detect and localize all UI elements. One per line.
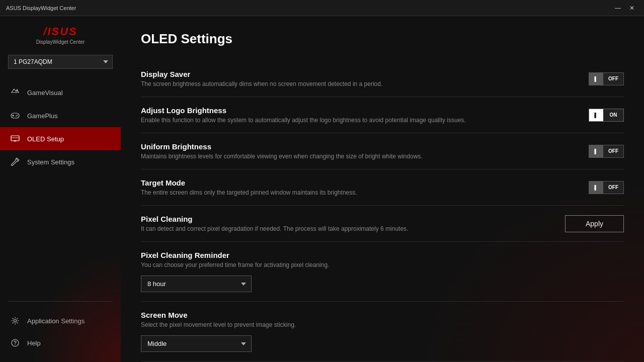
svg-point-5 [17, 115, 18, 116]
title-bar-left: ASUS DisplayWidget Center [6, 5, 76, 11]
main-layout: /ISUS DisplayWidget Center 1 PG27AQDM Ga… [0, 16, 644, 362]
close-button[interactable]: ✕ [626, 4, 638, 13]
setting-row-uniform-brightness: Uniform Brightness Maintains brightness … [141, 133, 624, 169]
toggle-adjust-logo[interactable]: ▌ ON [589, 109, 624, 122]
toggle-indicator-adjust-logo: ▌ [589, 109, 603, 121]
sidebar-item-oled-setup[interactable]: OLED Setup [0, 127, 121, 150]
device-select-wrapper: 1 PG27AQDM [0, 51, 121, 77]
setting-name-target-mode: Target Mode [141, 178, 579, 187]
gamevisual-icon [10, 87, 20, 98]
title-bar: ASUS DisplayWidget Center — ✕ [0, 0, 644, 16]
setting-row-display-saver: Display Saver The screen brightness auto… [141, 61, 624, 97]
svg-point-6 [16, 116, 17, 117]
setting-name-uniform-brightness: Uniform Brightness [141, 142, 579, 151]
setting-control-target-mode: ▌ OFF [589, 181, 624, 194]
toggle-label-uniform-brightness: OFF [603, 148, 623, 154]
sidebar-item-system-settings[interactable]: System Settings [0, 150, 121, 173]
oled-icon [10, 134, 20, 144]
sidebar-item-gamevisual[interactable]: GameVisual [0, 81, 121, 104]
svg-point-13 [15, 344, 16, 345]
setting-info-display-saver: Display Saver The screen brightness auto… [141, 70, 579, 87]
setting-desc-screen-move: Select the pixel movement level to preve… [141, 321, 624, 328]
gear-icon [10, 316, 20, 326]
asus-logo-text: /ISUS [43, 25, 77, 38]
svg-point-11 [14, 320, 17, 322]
sidebar-item-oled-setup-label: OLED Setup [27, 135, 64, 143]
setting-info-uniform-brightness: Uniform Brightness Maintains brightness … [141, 142, 579, 160]
setting-desc-uniform-brightness: Maintains brightness levels for comforta… [141, 153, 579, 160]
app-name: ASUS DisplayWidget Center [6, 5, 76, 11]
wrench-icon [10, 157, 20, 167]
setting-name-pixel-cleaning: Pixel Cleaning [141, 215, 555, 223]
sidebar-item-app-settings-label: Application Settings [27, 317, 85, 325]
setting-row-pixel-cleaning: Pixel Cleaning It can detect and correct… [141, 206, 624, 242]
page-title: OLED Settings [141, 31, 624, 47]
setting-block-screen-move: Screen Move Select the pixel movement le… [141, 302, 624, 361]
setting-name-adjust-logo: Adjust Logo Brightness [141, 106, 579, 115]
sidebar-item-help-label: Help [27, 339, 41, 347]
sidebar-bottom: Application Settings Help [0, 306, 121, 362]
pixel-cleaning-reminder-select[interactable]: 1 hour 2 hour 4 hour 8 hour 12 hour 24 h… [141, 276, 252, 292]
toggle-label-display-saver: OFF [603, 76, 623, 81]
toggle-uniform-brightness[interactable]: ▌ OFF [589, 145, 624, 158]
svg-rect-7 [11, 136, 19, 141]
setting-desc-display-saver: The screen brightness automatically dims… [141, 80, 579, 87]
setting-desc-adjust-logo: Enable this function to allow the system… [141, 117, 579, 124]
setting-desc-pixel-cleaning-reminder: You can choose your preferred time frame… [141, 261, 624, 268]
setting-info-target-mode: Target Mode The entire screen dims only … [141, 178, 579, 196]
setting-name-pixel-cleaning-reminder: Pixel Cleaning Reminder [141, 251, 624, 259]
setting-info-adjust-logo: Adjust Logo Brightness Enable this funct… [141, 106, 579, 124]
sidebar-item-help[interactable]: Help [0, 332, 121, 354]
setting-row-adjust-logo: Adjust Logo Brightness Enable this funct… [141, 97, 624, 133]
minimize-button[interactable]: — [612, 4, 624, 13]
toggle-label-adjust-logo: ON [603, 112, 623, 118]
setting-info-pixel-cleaning: Pixel Cleaning It can detect and correct… [141, 215, 555, 232]
content-area: OLED Settings Display Saver The screen b… [121, 16, 644, 362]
device-select[interactable]: 1 PG27AQDM [8, 55, 113, 69]
sidebar: /ISUS DisplayWidget Center 1 PG27AQDM Ga… [0, 16, 121, 362]
pixel-cleaning-apply-button[interactable]: Apply [565, 215, 624, 232]
setting-row-target-mode: Target Mode The entire screen dims only … [141, 169, 624, 206]
setting-control-uniform-brightness: ▌ OFF [589, 145, 624, 158]
asus-logo: /ISUS [43, 25, 77, 38]
setting-desc-pixel-cleaning: It can detect and correct pixel degradat… [141, 225, 555, 232]
gamepad-icon [10, 111, 20, 121]
setting-desc-target-mode: The entire screen dims only the targeted… [141, 189, 579, 196]
sidebar-nav: GameVisual GamePlus [0, 77, 121, 297]
toggle-label-target-mode: OFF [603, 185, 623, 190]
toggle-display-saver[interactable]: ▌ OFF [589, 72, 624, 85]
sidebar-logo: /ISUS DisplayWidget Center [0, 16, 121, 51]
svg-point-0 [17, 89, 18, 91]
toggle-indicator-target-mode: ▌ [589, 182, 603, 194]
sidebar-item-gameplus[interactable]: GamePlus [0, 104, 121, 127]
setting-name-display-saver: Display Saver [141, 70, 579, 78]
sidebar-item-system-settings-label: System Settings [27, 158, 74, 166]
sidebar-subtitle: DisplayWidget Center [36, 39, 85, 45]
setting-control-adjust-logo: ▌ ON [589, 109, 624, 122]
setting-block-pixel-cleaning-reminder: Pixel Cleaning Reminder You can choose y… [141, 242, 624, 302]
setting-name-screen-move: Screen Move [141, 311, 624, 319]
sidebar-item-gamevisual-label: GameVisual [27, 89, 63, 97]
sidebar-item-app-settings[interactable]: Application Settings [0, 310, 121, 332]
screen-move-select[interactable]: Off Low Middle High [141, 335, 252, 352]
setting-control-pixel-cleaning: Apply [565, 215, 624, 232]
title-bar-controls: — ✕ [612, 4, 638, 13]
setting-control-display-saver: ▌ OFF [589, 72, 624, 85]
sidebar-divider [8, 301, 113, 302]
toggle-target-mode[interactable]: ▌ OFF [589, 181, 624, 194]
toggle-indicator-uniform-brightness: ▌ [589, 145, 603, 157]
help-icon [10, 338, 20, 348]
toggle-indicator-display-saver: ▌ [589, 73, 603, 85]
sidebar-item-gameplus-label: GamePlus [27, 112, 58, 120]
